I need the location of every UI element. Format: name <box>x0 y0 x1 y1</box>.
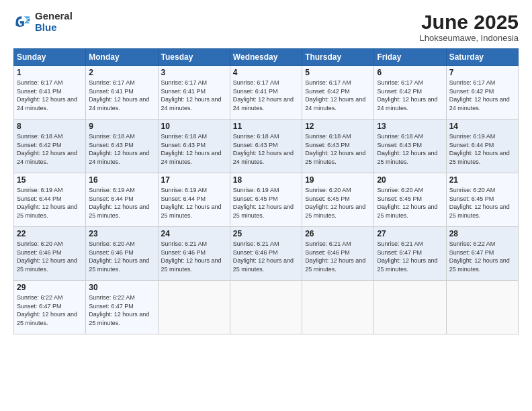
calendar-cell: 16Sunrise: 6:19 AMSunset: 6:44 PMDayligh… <box>86 173 158 227</box>
day-info: Sunrise: 6:20 AMSunset: 6:45 PMDaylight:… <box>449 186 515 220</box>
calendar-cell <box>230 281 302 334</box>
day-number: 1 <box>17 68 83 77</box>
day-number: 4 <box>233 68 299 77</box>
calendar-cell: 28Sunrise: 6:22 AMSunset: 6:47 PMDayligh… <box>446 227 518 281</box>
calendar-cell: 26Sunrise: 6:21 AMSunset: 6:46 PMDayligh… <box>302 227 374 281</box>
day-number: 20 <box>377 175 443 185</box>
calendar-cell: 23Sunrise: 6:20 AMSunset: 6:46 PMDayligh… <box>86 227 158 281</box>
month-title: June 2025 <box>420 11 519 33</box>
day-info: Sunrise: 6:21 AMSunset: 6:46 PMDaylight:… <box>233 240 299 273</box>
day-number: 24 <box>161 229 227 238</box>
calendar-cell: 29Sunrise: 6:22 AMSunset: 6:47 PMDayligh… <box>14 281 86 334</box>
day-info: Sunrise: 6:18 AMSunset: 6:43 PMDaylight:… <box>377 132 443 166</box>
day-number: 19 <box>305 175 371 185</box>
day-number: 3 <box>161 68 227 77</box>
calendar-cell: 17Sunrise: 6:19 AMSunset: 6:44 PMDayligh… <box>158 173 230 227</box>
day-number: 23 <box>89 229 154 238</box>
calendar-cell: 27Sunrise: 6:21 AMSunset: 6:47 PMDayligh… <box>374 227 446 281</box>
calendar-cell: 24Sunrise: 6:21 AMSunset: 6:46 PMDayligh… <box>158 227 230 281</box>
weekday-header-monday: Monday <box>86 49 158 66</box>
calendar-cell: 12Sunrise: 6:18 AMSunset: 6:43 PMDayligh… <box>302 120 374 173</box>
day-number: 5 <box>305 68 371 77</box>
weekday-header-friday: Friday <box>374 49 446 66</box>
calendar-week-5: 29Sunrise: 6:22 AMSunset: 6:47 PMDayligh… <box>14 281 519 334</box>
calendar-cell: 19Sunrise: 6:20 AMSunset: 6:45 PMDayligh… <box>302 173 374 227</box>
day-info: Sunrise: 6:20 AMSunset: 6:45 PMDaylight:… <box>377 186 443 220</box>
day-info: Sunrise: 6:21 AMSunset: 6:46 PMDaylight:… <box>305 240 371 273</box>
logo-general: General <box>35 11 73 22</box>
day-info: Sunrise: 6:21 AMSunset: 6:46 PMDaylight:… <box>161 240 227 273</box>
day-number: 13 <box>377 122 443 131</box>
logo: General Blue <box>13 11 73 33</box>
calendar-table: SundayMondayTuesdayWednesdayThursdayFrid… <box>13 48 519 334</box>
calendar-cell: 13Sunrise: 6:18 AMSunset: 6:43 PMDayligh… <box>374 120 446 173</box>
calendar-week-4: 22Sunrise: 6:20 AMSunset: 6:46 PMDayligh… <box>14 227 519 281</box>
day-info: Sunrise: 6:17 AMSunset: 6:41 PMDaylight:… <box>17 79 83 112</box>
day-number: 16 <box>89 175 154 185</box>
day-info: Sunrise: 6:20 AMSunset: 6:46 PMDaylight:… <box>17 240 83 273</box>
day-number: 25 <box>233 229 299 238</box>
calendar-cell: 4Sunrise: 6:17 AMSunset: 6:41 PMDaylight… <box>230 66 302 120</box>
day-number: 10 <box>161 122 227 131</box>
calendar-cell <box>446 281 518 334</box>
calendar-cell: 5Sunrise: 6:17 AMSunset: 6:42 PMDaylight… <box>302 66 374 120</box>
weekday-header-sunday: Sunday <box>14 49 86 66</box>
calendar-cell: 14Sunrise: 6:19 AMSunset: 6:44 PMDayligh… <box>446 120 518 173</box>
weekday-header-row: SundayMondayTuesdayWednesdayThursdayFrid… <box>14 49 519 66</box>
day-info: Sunrise: 6:19 AMSunset: 6:44 PMDaylight:… <box>161 186 227 220</box>
calendar-week-3: 15Sunrise: 6:19 AMSunset: 6:44 PMDayligh… <box>14 173 519 227</box>
day-info: Sunrise: 6:17 AMSunset: 6:41 PMDaylight:… <box>89 79 154 112</box>
day-info: Sunrise: 6:19 AMSunset: 6:45 PMDaylight:… <box>233 186 299 220</box>
day-info: Sunrise: 6:17 AMSunset: 6:41 PMDaylight:… <box>233 79 299 112</box>
day-info: Sunrise: 6:22 AMSunset: 6:47 PMDaylight:… <box>449 240 515 273</box>
day-info: Sunrise: 6:18 AMSunset: 6:43 PMDaylight:… <box>161 132 227 166</box>
day-info: Sunrise: 6:19 AMSunset: 6:44 PMDaylight:… <box>89 186 154 220</box>
day-number: 14 <box>449 122 515 131</box>
calendar-cell: 20Sunrise: 6:20 AMSunset: 6:45 PMDayligh… <box>374 173 446 227</box>
logo-icon <box>13 13 32 32</box>
day-number: 11 <box>233 122 299 131</box>
day-info: Sunrise: 6:17 AMSunset: 6:41 PMDaylight:… <box>161 79 227 112</box>
calendar-cell: 21Sunrise: 6:20 AMSunset: 6:45 PMDayligh… <box>446 173 518 227</box>
location: Lhokseumawe, Indonesia <box>420 33 519 43</box>
day-info: Sunrise: 6:21 AMSunset: 6:47 PMDaylight:… <box>377 240 443 273</box>
day-info: Sunrise: 6:22 AMSunset: 6:47 PMDaylight:… <box>17 293 83 327</box>
day-number: 2 <box>89 68 154 77</box>
day-info: Sunrise: 6:17 AMSunset: 6:42 PMDaylight:… <box>449 79 515 112</box>
day-number: 17 <box>161 175 227 185</box>
day-number: 29 <box>17 283 83 292</box>
calendar-cell: 9Sunrise: 6:18 AMSunset: 6:43 PMDaylight… <box>86 120 158 173</box>
logo-text: General Blue <box>35 11 73 33</box>
day-number: 9 <box>89 122 154 131</box>
day-info: Sunrise: 6:18 AMSunset: 6:43 PMDaylight:… <box>89 132 154 166</box>
calendar-cell: 2Sunrise: 6:17 AMSunset: 6:41 PMDaylight… <box>86 66 158 120</box>
day-number: 6 <box>377 68 443 77</box>
day-info: Sunrise: 6:19 AMSunset: 6:44 PMDaylight:… <box>17 186 83 220</box>
day-number: 22 <box>17 229 83 238</box>
day-info: Sunrise: 6:18 AMSunset: 6:42 PMDaylight:… <box>17 132 83 166</box>
day-info: Sunrise: 6:18 AMSunset: 6:43 PMDaylight:… <box>233 132 299 166</box>
calendar-week-2: 8Sunrise: 6:18 AMSunset: 6:42 PMDaylight… <box>14 120 519 173</box>
day-number: 30 <box>89 283 154 292</box>
day-number: 18 <box>233 175 299 185</box>
calendar-week-1: 1Sunrise: 6:17 AMSunset: 6:41 PMDaylight… <box>14 66 519 120</box>
calendar-cell: 7Sunrise: 6:17 AMSunset: 6:42 PMDaylight… <box>446 66 518 120</box>
day-info: Sunrise: 6:19 AMSunset: 6:44 PMDaylight:… <box>449 132 515 166</box>
calendar-cell: 11Sunrise: 6:18 AMSunset: 6:43 PMDayligh… <box>230 120 302 173</box>
day-number: 27 <box>377 229 443 238</box>
weekday-header-tuesday: Tuesday <box>158 49 230 66</box>
day-number: 8 <box>17 122 83 131</box>
day-info: Sunrise: 6:18 AMSunset: 6:43 PMDaylight:… <box>305 132 371 166</box>
weekday-header-saturday: Saturday <box>446 49 518 66</box>
calendar-cell: 10Sunrise: 6:18 AMSunset: 6:43 PMDayligh… <box>158 120 230 173</box>
calendar-cell: 22Sunrise: 6:20 AMSunset: 6:46 PMDayligh… <box>14 227 86 281</box>
day-number: 21 <box>449 175 515 185</box>
calendar-cell: 8Sunrise: 6:18 AMSunset: 6:42 PMDaylight… <box>14 120 86 173</box>
calendar-cell: 18Sunrise: 6:19 AMSunset: 6:45 PMDayligh… <box>230 173 302 227</box>
calendar-cell <box>302 281 374 334</box>
calendar-cell <box>374 281 446 334</box>
day-number: 15 <box>17 175 83 185</box>
day-info: Sunrise: 6:20 AMSunset: 6:45 PMDaylight:… <box>305 186 371 220</box>
day-number: 28 <box>449 229 515 238</box>
day-info: Sunrise: 6:20 AMSunset: 6:46 PMDaylight:… <box>89 240 154 273</box>
